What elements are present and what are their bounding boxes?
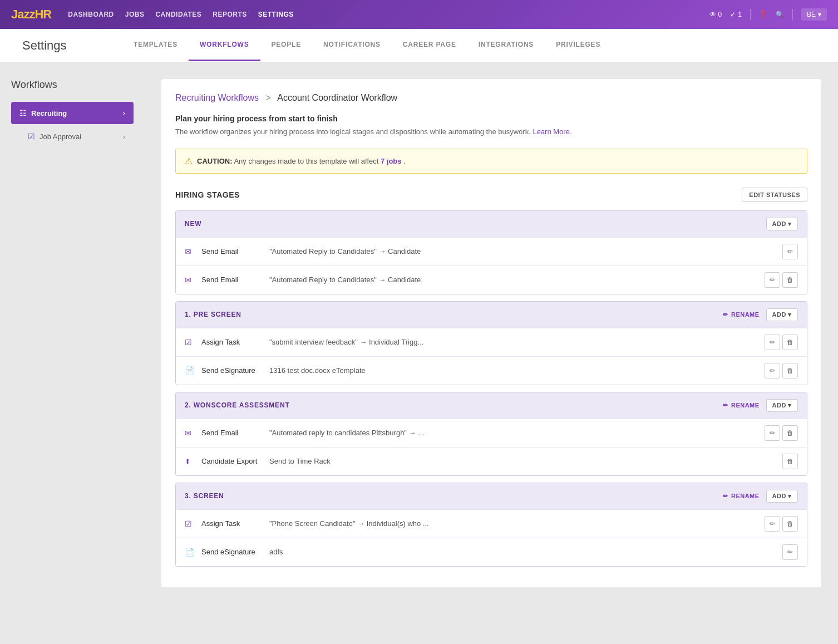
delete-button[interactable]: 🗑: [782, 335, 798, 350]
row-type: Assign Task: [201, 338, 263, 346]
caution-text: Any changes made to this template will a…: [234, 157, 381, 165]
tab-templates[interactable]: TEMPLATES: [122, 30, 189, 61]
stage-wonscore-add-button[interactable]: ADD ▾: [766, 399, 798, 412]
sidebar-item-recruiting-left: ☷ Recruiting: [19, 109, 67, 117]
nav-dashboard[interactable]: DASHBOARD: [68, 11, 114, 18]
tab-workflows[interactable]: WORKFLOWS: [189, 30, 260, 61]
stage-pre-screen-add-button[interactable]: ADD ▾: [766, 308, 798, 321]
table-row: ✉ Send Email "Automated Reply to Candida…: [176, 237, 807, 266]
row-type: Send eSignature: [201, 366, 263, 375]
edit-button[interactable]: ✏: [782, 544, 798, 560]
stage-wonscore-name: 2. WONSCORE ASSESSMENT: [185, 401, 290, 409]
caution-suffix: .: [403, 157, 406, 165]
rename-button[interactable]: ✏ RENAME: [723, 493, 759, 500]
row-desc: Send to Time Rack: [269, 457, 776, 465]
delete-button[interactable]: 🗑: [782, 454, 798, 469]
nav-settings[interactable]: SETTINGS: [258, 11, 294, 18]
stage-wonscore-actions: ✏ RENAME ADD ▾: [723, 399, 798, 412]
stage-new-add-button[interactable]: ADD ▾: [766, 218, 798, 230]
info-title: Plan your hiring process from start to f…: [175, 114, 807, 123]
content-inner: Recruiting Workflows > Account Coordinat…: [161, 79, 821, 587]
nav-divider: [750, 9, 751, 20]
logo[interactable]: JazzHR: [11, 7, 51, 22]
help-icon[interactable]: ❓: [759, 11, 767, 18]
page-title: Settings: [22, 38, 89, 53]
table-row: ☑ Assign Task "submit interview feedback…: [176, 328, 807, 356]
tab-privileges[interactable]: PRIVILEGES: [545, 30, 612, 61]
edit-button[interactable]: ✏: [765, 272, 780, 288]
check-icon: ✓: [730, 11, 736, 18]
rename-button[interactable]: ✏ RENAME: [723, 311, 759, 318]
nav-divider2: [792, 9, 793, 20]
user-initials: BE: [807, 11, 816, 18]
edit-button[interactable]: ✏: [765, 425, 780, 441]
edit-button[interactable]: ✏: [765, 363, 780, 378]
email-icon: ✉: [185, 276, 195, 284]
hiring-stages-header: HIRING STAGES EDIT STATUSES: [175, 188, 807, 202]
search-icon[interactable]: 🔍: [776, 11, 784, 18]
row-type: Assign Task: [201, 519, 263, 528]
breadcrumb: Recruiting Workflows > Account Coordinat…: [175, 93, 807, 103]
breadcrumb-link[interactable]: Recruiting Workflows: [175, 93, 259, 102]
stage-screen-header: 3. SCREEN ✏ RENAME ADD ▾: [176, 483, 807, 509]
main-content: Recruiting Workflows > Account Coordinat…: [145, 62, 838, 644]
table-row: ✉ Send Email "Automated Reply to Candida…: [176, 266, 807, 294]
stage-new-name: NEW: [185, 220, 201, 228]
row-type: Send Email: [201, 276, 263, 284]
eye-badge[interactable]: 👁 0: [709, 11, 722, 18]
stage-wonscore-header: 2. WONSCORE ASSESSMENT ✏ RENAME ADD ▾: [176, 392, 807, 419]
stage-screen-name: 3. SCREEN: [185, 492, 224, 500]
sidebar-item-recruiting-label: Recruiting: [31, 109, 67, 117]
table-row: ⬆ Candidate Export Send to Time Rack 🗑: [176, 447, 807, 475]
delete-button[interactable]: 🗑: [782, 516, 798, 532]
info-section: Plan your hiring process from start to f…: [175, 114, 807, 137]
stage-pre-screen-actions: ✏ RENAME ADD ▾: [723, 308, 798, 321]
top-navigation: JazzHR DASHBOARD JOBS CANDIDATES REPORTS…: [0, 0, 838, 29]
nav-candidates[interactable]: CANDIDATES: [155, 11, 201, 18]
email-icon: ✉: [185, 247, 195, 256]
stage-screen-actions: ✏ RENAME ADD ▾: [723, 490, 798, 503]
sidebar-title: Workflows: [11, 79, 134, 91]
stage-screen-add-button[interactable]: ADD ▾: [766, 490, 798, 503]
user-menu[interactable]: BE ▾: [801, 8, 827, 21]
nav-reports[interactable]: REPORTS: [213, 11, 247, 18]
rename-button[interactable]: ✏ RENAME: [723, 402, 759, 409]
sidebar-item-recruiting[interactable]: ☷ Recruiting ›: [11, 102, 134, 124]
learn-more-link[interactable]: Learn More.: [533, 127, 571, 136]
nav-right: 👁 0 ✓ 1 ❓ 🔍 BE ▾: [709, 8, 827, 21]
edit-statuses-button[interactable]: EDIT STATUSES: [742, 188, 807, 202]
tab-notifications[interactable]: NOTIFICATIONS: [312, 30, 392, 61]
nav-jobs[interactable]: JOBS: [125, 11, 145, 18]
main-layout: Workflows ☷ Recruiting › ☑ Job Approval …: [0, 62, 838, 644]
pencil-icon: ✏: [723, 493, 728, 500]
doc-icon: 📄: [185, 548, 195, 557]
table-row: 📄 Send eSignature 1316 test doc.docx eTe…: [176, 356, 807, 385]
row-actions: 🗑: [782, 454, 798, 469]
sidebar-item-job-approval-label: Job Approval: [40, 132, 81, 141]
doc-icon: 📄: [185, 366, 195, 375]
delete-button[interactable]: 🗑: [782, 363, 798, 378]
table-row: ☑ Assign Task "Phone Screen Candidate" →…: [176, 509, 807, 538]
row-actions: ✏ 🗑: [765, 516, 798, 532]
breadcrumb-separator: >: [265, 93, 270, 102]
task-icon: ☑: [185, 338, 195, 347]
caution-jobs-link[interactable]: 7 jobs: [381, 157, 402, 165]
stage-pre-screen-name: 1. PRE SCREEN: [185, 311, 241, 318]
hiring-stages-title: HIRING STAGES: [175, 190, 240, 199]
tab-career-page[interactable]: CAREER PAGE: [392, 30, 467, 61]
stage-wonscore: 2. WONSCORE ASSESSMENT ✏ RENAME ADD ▾ ✉ …: [175, 392, 807, 476]
check-badge[interactable]: ✓ 1: [730, 11, 742, 18]
edit-button[interactable]: ✏: [765, 516, 780, 532]
row-desc: adfs: [269, 548, 776, 556]
edit-button[interactable]: ✏: [765, 335, 780, 350]
tab-integrations[interactable]: INTEGRATIONS: [467, 30, 545, 61]
tab-people[interactable]: PEOPLE: [260, 30, 312, 61]
chevron-right-icon2: ›: [123, 132, 125, 141]
edit-button[interactable]: ✏: [782, 244, 798, 259]
row-desc: 1316 test doc.docx eTemplate: [269, 366, 758, 375]
sidebar-item-job-approval[interactable]: ☑ Job Approval ›: [11, 126, 134, 146]
info-desc-text: The workflow organizes your hiring proce…: [175, 127, 531, 136]
stage-pre-screen: 1. PRE SCREEN ✏ RENAME ADD ▾ ☑ Assign Ta…: [175, 301, 807, 385]
delete-button[interactable]: 🗑: [782, 272, 798, 288]
delete-button[interactable]: 🗑: [782, 425, 798, 441]
